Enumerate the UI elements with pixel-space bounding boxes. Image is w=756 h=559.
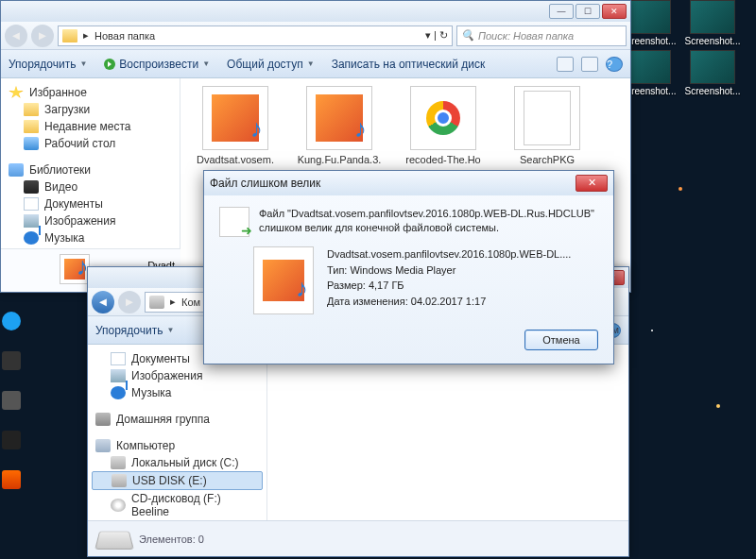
app-icon[interactable] bbox=[2, 351, 21, 370]
dialog-message: Файл "Dvadtsat.vosem.panfilovtsev.2016.1… bbox=[259, 207, 594, 237]
copy-icon bbox=[219, 207, 249, 237]
picture-icon bbox=[24, 214, 39, 228]
app-icon[interactable] bbox=[2, 470, 21, 489]
breadcrumb[interactable]: ▸ Новая папка ▾ | ↻ bbox=[58, 25, 453, 46]
document-icon bbox=[111, 352, 126, 365]
close-button[interactable]: ✕ bbox=[576, 175, 608, 192]
star-icon bbox=[9, 86, 24, 99]
error-dialog: Файл слишком велик ✕ Файл "Dvadtsat.vose… bbox=[203, 170, 614, 364]
desktop-icon[interactable]: Screenshot... bbox=[684, 0, 741, 46]
play-icon bbox=[104, 59, 115, 70]
sidebar-item-music[interactable]: Музыка bbox=[5, 229, 176, 246]
forward-button[interactable]: ► bbox=[31, 25, 54, 47]
search-input[interactable]: 🔍Поиск: Новая папка bbox=[456, 25, 627, 46]
maximize-button[interactable]: ☐ bbox=[576, 4, 600, 19]
sidebar-item-music[interactable]: Музыка bbox=[92, 384, 263, 401]
toolbar: Упорядочить▼ Воспроизвести▼ Общий доступ… bbox=[1, 50, 630, 78]
desktop-icon[interactable]: Screenshot... bbox=[684, 50, 741, 96]
sidebar-favorites[interactable]: Избранное bbox=[5, 84, 176, 101]
organize-menu[interactable]: Упорядочить▼ bbox=[95, 324, 174, 337]
file-thumb bbox=[253, 246, 314, 314]
play-button[interactable]: Воспроизвести▼ bbox=[104, 58, 210, 71]
music-icon bbox=[24, 231, 39, 245]
breadcrumb-path: Ком bbox=[181, 296, 200, 308]
dialog-titlebar[interactable]: Файл слишком велик ✕ bbox=[204, 171, 613, 195]
breadcrumb-path: Новая папка bbox=[94, 30, 155, 42]
document-icon bbox=[24, 197, 39, 211]
status-text: Элементов: 0 bbox=[139, 534, 204, 545]
file-item[interactable]: Dvadtsat.vosem. bbox=[188, 86, 283, 165]
library-icon bbox=[9, 163, 24, 177]
file-item[interactable]: SearchPKG bbox=[500, 86, 594, 165]
homegroup-icon bbox=[95, 413, 111, 426]
cd-icon bbox=[111, 499, 126, 512]
taskbar-left-icons bbox=[2, 312, 23, 510]
statusbar: Элементов: 0 bbox=[88, 520, 628, 556]
folder-icon bbox=[62, 29, 77, 42]
titlebar[interactable]: — ☐ ✕ bbox=[1, 1, 630, 22]
share-menu[interactable]: Общий доступ▼ bbox=[227, 58, 315, 71]
folder-icon bbox=[24, 103, 39, 116]
video-icon bbox=[24, 180, 39, 194]
navbar: ◄ ► ▸ Новая папка ▾ | ↻ 🔍Поиск: Новая па… bbox=[1, 22, 630, 50]
sidebar-computer[interactable]: Компьютер bbox=[92, 437, 263, 454]
sidebar-homegroup[interactable]: Домашняя группа bbox=[92, 411, 263, 428]
cancel-button[interactable]: Отмена bbox=[524, 330, 598, 350]
app-icon[interactable] bbox=[2, 391, 21, 410]
sidebar-item-pictures[interactable]: Изображения bbox=[92, 367, 263, 384]
forward-button[interactable]: ► bbox=[118, 291, 141, 313]
desktop: Screenshot... Screenshot... Screenshot..… bbox=[0, 0, 756, 559]
minimize-button[interactable]: — bbox=[549, 4, 574, 19]
picture-icon bbox=[111, 369, 126, 382]
help-icon[interactable]: ? bbox=[606, 57, 623, 72]
media-icon bbox=[316, 94, 363, 142]
media-icon bbox=[212, 94, 259, 142]
sidebar-item-recent[interactable]: Недавние места bbox=[5, 118, 176, 135]
app-icon[interactable] bbox=[2, 312, 21, 330]
file-icon bbox=[524, 91, 571, 145]
music-icon bbox=[111, 386, 126, 399]
file-item[interactable]: recoded-The.Ho bbox=[396, 86, 490, 165]
back-button[interactable]: ◄ bbox=[5, 25, 27, 47]
file-item[interactable]: Kung.Fu.Panda.3. bbox=[292, 86, 387, 165]
drive-icon bbox=[94, 531, 134, 549]
sidebar-item-cd[interactable]: CD-дисковод (F:) Beeline bbox=[92, 490, 263, 520]
organize-menu[interactable]: Упорядочить▼ bbox=[9, 58, 87, 71]
close-button[interactable]: ✕ bbox=[602, 4, 627, 19]
drive-icon bbox=[111, 456, 126, 469]
usb-icon bbox=[112, 474, 127, 487]
app-icon[interactable] bbox=[2, 431, 21, 449]
sidebar-item-video[interactable]: Видео bbox=[5, 178, 176, 195]
burn-button[interactable]: Записать на оптический диск bbox=[332, 58, 486, 71]
sidebar-item-desktop[interactable]: Рабочий стол bbox=[5, 135, 176, 152]
media-icon bbox=[263, 260, 304, 301]
recent-icon bbox=[24, 120, 39, 133]
sidebar-item-downloads[interactable]: Загрузки bbox=[5, 101, 176, 118]
chrome-icon bbox=[426, 101, 460, 135]
computer-icon bbox=[95, 439, 111, 452]
sidebar-item-usb[interactable]: USB DISK (E:) bbox=[92, 471, 263, 490]
preview-pane-icon[interactable] bbox=[581, 57, 598, 72]
back-button[interactable]: ◄ bbox=[92, 291, 114, 313]
desktop-icons: Screenshot... Screenshot... Screenshot..… bbox=[620, 0, 752, 96]
desktop-icon bbox=[24, 137, 39, 150]
view-options-icon[interactable] bbox=[557, 57, 574, 72]
file-metadata: Dvadtsat.vosem.panfilovtsev.2016.1080p.W… bbox=[327, 246, 571, 314]
sidebar-item-documents[interactable]: Документы bbox=[5, 195, 176, 212]
dialog-title: Файл слишком велик bbox=[210, 177, 320, 190]
sidebar-item-drive-c[interactable]: Локальный диск (C:) bbox=[92, 454, 263, 471]
media-icon bbox=[64, 259, 85, 280]
sidebar-libraries[interactable]: Библиотеки bbox=[5, 161, 176, 178]
sidebar-item-pictures[interactable]: Изображения bbox=[5, 212, 176, 229]
drive-icon bbox=[149, 296, 164, 309]
